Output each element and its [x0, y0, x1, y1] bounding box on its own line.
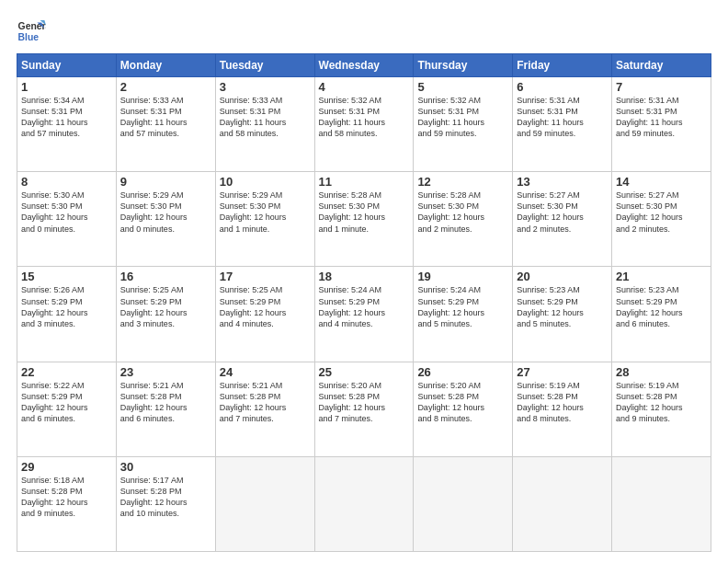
day-number: 4 — [319, 80, 410, 94]
header: General Blue — [17, 17, 711, 46]
day-info: Sunrise: 5:20 AMSunset: 5:28 PMDaylight:… — [319, 380, 410, 425]
calendar-cell — [513, 456, 612, 551]
day-number: 3 — [220, 80, 311, 94]
day-number: 23 — [120, 365, 211, 379]
day-number: 28 — [616, 365, 707, 379]
calendar-cell: 30 Sunrise: 5:17 AMSunset: 5:28 PMDaylig… — [116, 456, 215, 551]
calendar-table: Sunday Monday Tuesday Wednesday Thursday… — [17, 53, 711, 552]
day-number: 25 — [319, 365, 410, 379]
calendar-week-row: 15 Sunrise: 5:26 AMSunset: 5:29 PMDaylig… — [17, 267, 711, 362]
day-number: 1 — [21, 80, 112, 94]
col-friday: Friday — [513, 54, 612, 77]
col-sunday: Sunday — [17, 54, 117, 77]
calendar-cell: 19 Sunrise: 5:24 AMSunset: 5:29 PMDaylig… — [414, 267, 513, 362]
day-number: 17 — [220, 270, 311, 283]
day-info: Sunrise: 5:24 AMSunset: 5:29 PMDaylight:… — [417, 284, 508, 329]
day-info: Sunrise: 5:22 AMSunset: 5:29 PMDaylight:… — [21, 380, 112, 425]
calendar-cell: 6 Sunrise: 5:31 AMSunset: 5:31 PMDayligh… — [513, 77, 612, 172]
calendar-cell — [215, 456, 314, 551]
calendar-cell: 23 Sunrise: 5:21 AMSunset: 5:28 PMDaylig… — [116, 362, 215, 456]
calendar-week-row: 8 Sunrise: 5:30 AMSunset: 5:30 PMDayligh… — [17, 172, 711, 267]
calendar-cell: 4 Sunrise: 5:32 AMSunset: 5:31 PMDayligh… — [314, 77, 414, 172]
calendar-cell: 9 Sunrise: 5:29 AMSunset: 5:30 PMDayligh… — [116, 172, 215, 267]
page: General Blue Sunday Monday Tuesday Wedne… — [0, 0, 728, 563]
day-info: Sunrise: 5:31 AMSunset: 5:31 PMDaylight:… — [517, 95, 608, 140]
day-info: Sunrise: 5:21 AMSunset: 5:28 PMDaylight:… — [120, 380, 211, 425]
day-number: 20 — [517, 270, 608, 283]
calendar-cell: 18 Sunrise: 5:24 AMSunset: 5:29 PMDaylig… — [314, 267, 414, 362]
calendar-header-row: Sunday Monday Tuesday Wednesday Thursday… — [17, 54, 711, 77]
col-monday: Monday — [116, 54, 215, 77]
day-number: 14 — [616, 175, 707, 189]
day-info: Sunrise: 5:17 AMSunset: 5:28 PMDaylight:… — [120, 475, 211, 520]
calendar-week-row: 29 Sunrise: 5:18 AMSunset: 5:28 PMDaylig… — [17, 456, 711, 551]
day-number: 29 — [21, 460, 112, 474]
day-info: Sunrise: 5:30 AMSunset: 5:30 PMDaylight:… — [21, 190, 112, 235]
calendar-cell: 3 Sunrise: 5:33 AMSunset: 5:31 PMDayligh… — [215, 77, 314, 172]
col-wednesday: Wednesday — [314, 54, 414, 77]
day-info: Sunrise: 5:33 AMSunset: 5:31 PMDaylight:… — [120, 95, 211, 140]
day-info: Sunrise: 5:32 AMSunset: 5:31 PMDaylight:… — [417, 95, 508, 140]
day-info: Sunrise: 5:28 AMSunset: 5:30 PMDaylight:… — [319, 190, 410, 235]
day-number: 5 — [417, 80, 508, 94]
calendar-week-row: 1 Sunrise: 5:34 AMSunset: 5:31 PMDayligh… — [17, 77, 711, 172]
calendar-cell: 16 Sunrise: 5:25 AMSunset: 5:29 PMDaylig… — [116, 267, 215, 362]
day-info: Sunrise: 5:32 AMSunset: 5:31 PMDaylight:… — [319, 95, 410, 140]
day-number: 12 — [417, 175, 508, 189]
day-number: 13 — [517, 175, 608, 189]
day-number: 9 — [120, 175, 211, 189]
day-info: Sunrise: 5:23 AMSunset: 5:29 PMDaylight:… — [517, 284, 608, 329]
calendar-cell: 28 Sunrise: 5:19 AMSunset: 5:28 PMDaylig… — [612, 362, 711, 456]
calendar-cell: 14 Sunrise: 5:27 AMSunset: 5:30 PMDaylig… — [612, 172, 711, 267]
col-saturday: Saturday — [612, 54, 711, 77]
day-info: Sunrise: 5:29 AMSunset: 5:30 PMDaylight:… — [220, 190, 311, 235]
svg-text:Blue: Blue — [18, 32, 40, 42]
calendar-cell: 26 Sunrise: 5:20 AMSunset: 5:28 PMDaylig… — [414, 362, 513, 456]
calendar-cell: 5 Sunrise: 5:32 AMSunset: 5:31 PMDayligh… — [414, 77, 513, 172]
logo: General Blue — [17, 17, 50, 46]
calendar-cell: 27 Sunrise: 5:19 AMSunset: 5:28 PMDaylig… — [513, 362, 612, 456]
day-info: Sunrise: 5:21 AMSunset: 5:28 PMDaylight:… — [220, 380, 311, 425]
day-info: Sunrise: 5:29 AMSunset: 5:30 PMDaylight:… — [120, 190, 211, 235]
day-number: 21 — [616, 270, 707, 283]
day-info: Sunrise: 5:27 AMSunset: 5:30 PMDaylight:… — [616, 190, 707, 235]
calendar-cell: 22 Sunrise: 5:22 AMSunset: 5:29 PMDaylig… — [17, 362, 117, 456]
day-info: Sunrise: 5:28 AMSunset: 5:30 PMDaylight:… — [417, 190, 508, 235]
calendar-cell: 25 Sunrise: 5:20 AMSunset: 5:28 PMDaylig… — [314, 362, 414, 456]
day-number: 2 — [120, 80, 211, 94]
day-number: 11 — [319, 175, 410, 189]
day-number: 16 — [120, 270, 211, 283]
calendar-cell: 7 Sunrise: 5:31 AMSunset: 5:31 PMDayligh… — [612, 77, 711, 172]
calendar-cell: 21 Sunrise: 5:23 AMSunset: 5:29 PMDaylig… — [612, 267, 711, 362]
day-info: Sunrise: 5:18 AMSunset: 5:28 PMDaylight:… — [21, 475, 112, 520]
day-info: Sunrise: 5:25 AMSunset: 5:29 PMDaylight:… — [220, 284, 311, 329]
calendar-cell: 17 Sunrise: 5:25 AMSunset: 5:29 PMDaylig… — [215, 267, 314, 362]
calendar-cell: 2 Sunrise: 5:33 AMSunset: 5:31 PMDayligh… — [116, 77, 215, 172]
calendar-cell: 15 Sunrise: 5:26 AMSunset: 5:29 PMDaylig… — [17, 267, 117, 362]
calendar-cell: 29 Sunrise: 5:18 AMSunset: 5:28 PMDaylig… — [17, 456, 117, 551]
logo-icon: General Blue — [17, 17, 46, 46]
day-info: Sunrise: 5:26 AMSunset: 5:29 PMDaylight:… — [21, 284, 112, 329]
day-info: Sunrise: 5:19 AMSunset: 5:28 PMDaylight:… — [616, 380, 707, 425]
day-number: 30 — [120, 460, 211, 474]
day-number: 8 — [21, 175, 112, 189]
calendar-cell — [414, 456, 513, 551]
day-info: Sunrise: 5:19 AMSunset: 5:28 PMDaylight:… — [517, 380, 608, 425]
day-info: Sunrise: 5:25 AMSunset: 5:29 PMDaylight:… — [120, 284, 211, 329]
calendar-cell: 12 Sunrise: 5:28 AMSunset: 5:30 PMDaylig… — [414, 172, 513, 267]
calendar-cell: 10 Sunrise: 5:29 AMSunset: 5:30 PMDaylig… — [215, 172, 314, 267]
calendar-cell — [612, 456, 711, 551]
calendar-cell: 11 Sunrise: 5:28 AMSunset: 5:30 PMDaylig… — [314, 172, 414, 267]
day-info: Sunrise: 5:27 AMSunset: 5:30 PMDaylight:… — [517, 190, 608, 235]
calendar-cell — [314, 456, 414, 551]
calendar-cell: 8 Sunrise: 5:30 AMSunset: 5:30 PMDayligh… — [17, 172, 117, 267]
day-info: Sunrise: 5:24 AMSunset: 5:29 PMDaylight:… — [319, 284, 410, 329]
calendar-cell: 13 Sunrise: 5:27 AMSunset: 5:30 PMDaylig… — [513, 172, 612, 267]
day-number: 18 — [319, 270, 410, 283]
calendar-cell: 24 Sunrise: 5:21 AMSunset: 5:28 PMDaylig… — [215, 362, 314, 456]
day-info: Sunrise: 5:31 AMSunset: 5:31 PMDaylight:… — [616, 95, 707, 140]
calendar-week-row: 22 Sunrise: 5:22 AMSunset: 5:29 PMDaylig… — [17, 362, 711, 456]
day-number: 6 — [517, 80, 608, 94]
day-info: Sunrise: 5:23 AMSunset: 5:29 PMDaylight:… — [616, 284, 707, 329]
day-number: 19 — [417, 270, 508, 283]
